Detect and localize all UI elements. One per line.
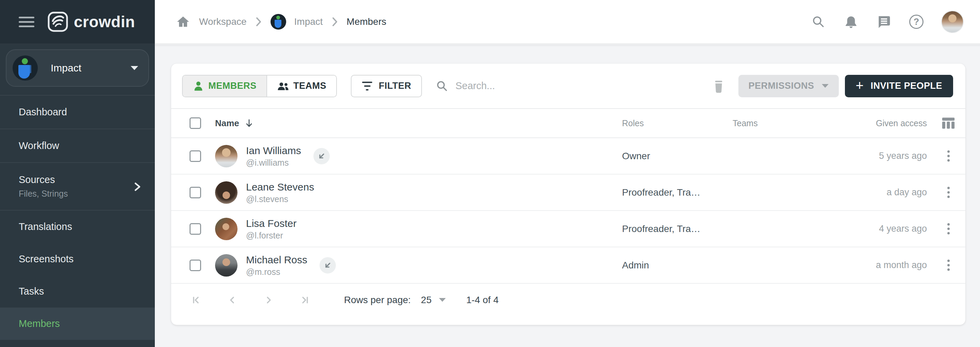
member-roles: Admin — [622, 260, 733, 271]
rows-per-page-label: Rows per page: — [344, 294, 411, 306]
row-checkbox[interactable] — [189, 259, 201, 271]
chevron-right-icon — [262, 293, 275, 307]
row-menu-button[interactable] — [944, 220, 953, 238]
breadcrumb: Workspace Impact Members — [175, 14, 386, 30]
next-page-button[interactable] — [262, 293, 275, 307]
trash-icon — [711, 78, 726, 94]
tab-teams[interactable]: TEAMS — [267, 75, 336, 97]
search-input[interactable] — [455, 80, 598, 92]
first-page-button[interactable] — [189, 293, 203, 307]
sidebar-item-members[interactable]: Members — [0, 307, 155, 340]
row-checkbox[interactable] — [189, 187, 201, 198]
member-avatar — [215, 145, 237, 167]
home-icon[interactable] — [175, 14, 191, 30]
breadcrumb-workspace[interactable]: Workspace — [199, 16, 247, 27]
first-page-icon — [189, 293, 203, 307]
sidebar-item-label: Translations — [19, 221, 72, 232]
crowdin-logo[interactable]: crowdin — [47, 11, 135, 32]
filter-button[interactable]: FILTER — [351, 75, 422, 97]
sidebar-item-label: Tasks — [19, 286, 44, 297]
row-checkbox[interactable] — [189, 223, 201, 235]
sidebar-item-label: Sources — [19, 174, 55, 185]
sidebar-item-dashboard[interactable]: Dashboard — [0, 96, 155, 129]
breadcrumb-project[interactable]: Impact — [294, 16, 323, 27]
topbar: Workspace Impact Members — [155, 0, 980, 44]
members-toolbar: MEMBERS TEAMS FILTER — [171, 64, 966, 108]
columns-icon — [942, 117, 955, 130]
member-username: @l.stevens — [246, 194, 314, 204]
chevron-right-icon — [255, 16, 262, 27]
row-menu-button[interactable] — [944, 256, 953, 274]
project-name: Impact — [51, 62, 81, 74]
help-icon[interactable]: ? — [908, 14, 924, 30]
chevron-right-icon — [132, 179, 143, 194]
member-name: Michael Ross — [246, 254, 307, 266]
previous-page-button[interactable] — [226, 293, 239, 307]
project-selector[interactable]: Impact — [6, 49, 149, 87]
sidebar-item-label: Workflow — [19, 140, 59, 151]
tab-label: MEMBERS — [208, 81, 256, 91]
sidebar-item-tasks[interactable]: Tasks — [0, 275, 155, 307]
member-name: Lisa Foster — [246, 217, 296, 230]
table-row[interactable]: Ian Williams @i.williams Owner 5 years a… — [171, 138, 966, 175]
sidebar-item-subtitle: Files, Strings — [19, 189, 141, 199]
search-icon — [436, 80, 449, 92]
sidebar-item-screenshots[interactable]: Screenshots — [0, 243, 155, 275]
sidebar-item-label: Dashboard — [19, 107, 67, 118]
member-given-access: 4 years ago — [869, 223, 931, 234]
user-avatar[interactable] — [941, 11, 964, 33]
member-roles: Proofreader, Tra… — [622, 223, 733, 234]
table-row[interactable]: Leane Stevens @l.stevens Proofreader, Tr… — [171, 175, 966, 211]
messages-icon[interactable] — [876, 14, 891, 30]
members-card: MEMBERS TEAMS FILTER — [171, 64, 966, 325]
table-row[interactable]: Michael Ross @m.ross Admin a month ago — [171, 247, 966, 284]
pagination-range: 1-4 of 4 — [466, 294, 498, 306]
member-name: Ian Williams — [246, 145, 301, 157]
chevron-left-icon — [226, 293, 239, 307]
sidebar-item-label: Screenshots — [19, 253, 73, 265]
breadcrumb-members: Members — [347, 16, 387, 27]
row-menu-button[interactable] — [944, 183, 953, 201]
column-header-name[interactable]: Name — [215, 118, 622, 129]
sidebar-item-label: Members — [19, 318, 60, 329]
people-icon — [277, 80, 289, 92]
column-header-roles[interactable]: Roles — [622, 118, 733, 128]
main-content: MEMBERS TEAMS FILTER — [155, 45, 980, 347]
arrow-southwest-badge — [313, 148, 330, 164]
last-page-icon — [298, 293, 311, 307]
select-all-checkbox[interactable] — [189, 117, 201, 129]
invite-people-button[interactable]: + INVITE PEOPLE — [845, 75, 953, 97]
row-checkbox[interactable] — [189, 150, 201, 162]
sidebar-item-workflow[interactable]: Workflow — [0, 129, 155, 163]
hamburger-menu-icon[interactable] — [19, 14, 34, 30]
arrow-southwest-badge — [320, 257, 336, 274]
pagination: Rows per page: 25 1-4 of 4 — [171, 284, 966, 316]
sidebar-item-translations[interactable]: Translations — [0, 210, 155, 243]
row-menu-button[interactable] — [944, 147, 953, 165]
person-icon — [192, 80, 204, 92]
sidebar-item-sources[interactable]: Sources Files, Strings — [0, 163, 155, 210]
chevron-down-icon — [822, 84, 829, 88]
breadcrumb-project-avatar — [270, 14, 286, 30]
member-name: Leane Stevens — [246, 181, 314, 193]
chevron-down-icon — [439, 298, 446, 302]
column-settings-button[interactable] — [931, 117, 966, 130]
column-header-given-access[interactable]: Given access — [869, 118, 931, 128]
last-page-button[interactable] — [298, 293, 311, 307]
rows-per-page-value: 25 — [421, 294, 431, 306]
column-header-teams[interactable]: Teams — [733, 118, 869, 128]
permissions-button[interactable]: PERMISSIONS — [738, 75, 839, 97]
tab-members[interactable]: MEMBERS — [183, 75, 267, 97]
member-avatar — [215, 254, 237, 277]
chevron-right-icon — [331, 16, 339, 27]
column-label: Name — [215, 118, 239, 129]
search-icon[interactable] — [811, 14, 826, 30]
member-given-access: a day ago — [869, 187, 931, 197]
delete-button[interactable] — [711, 78, 726, 94]
brand-wordmark: crowdin — [74, 13, 135, 31]
notifications-bell-icon[interactable] — [843, 14, 859, 30]
rows-per-page-select[interactable]: 25 — [421, 294, 446, 306]
member-given-access: 5 years ago — [869, 151, 931, 161]
table-row[interactable]: Lisa Foster @l.forster Proofreader, Tra…… — [171, 211, 966, 247]
crowdin-logo-icon — [47, 11, 68, 32]
